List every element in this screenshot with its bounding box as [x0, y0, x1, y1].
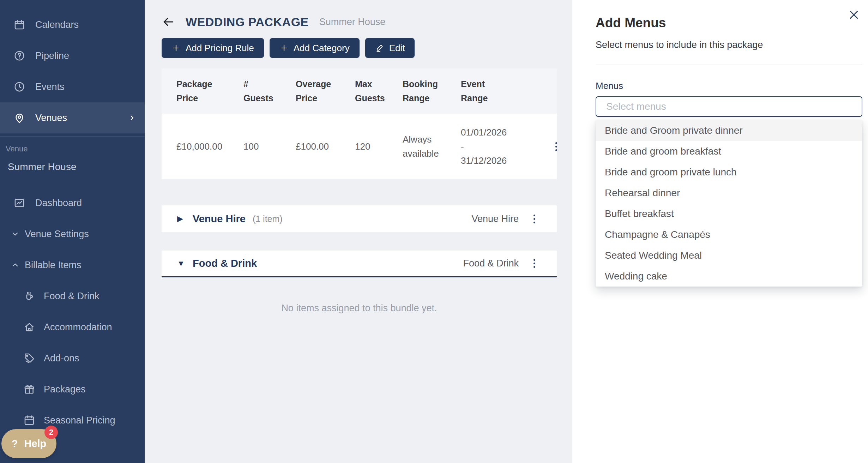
help-label: Help — [24, 438, 46, 450]
menu-option[interactable]: Seated Wedding Meal — [596, 245, 862, 266]
sidebar-item-label: Calendars — [35, 19, 79, 30]
column-header: Overage Price — [296, 77, 355, 105]
cell-overage-price: £100.00 — [296, 139, 355, 154]
row-menu-kebab-icon[interactable] — [549, 139, 563, 154]
menu-option[interactable]: Rehearsal dinner — [596, 182, 862, 203]
menu-option[interactable]: Wedding cake — [596, 266, 862, 287]
back-arrow-icon[interactable] — [162, 15, 175, 29]
section-item-count: (1 item) — [253, 214, 283, 224]
pricing-table: Package Price # Guests Overage Price Max… — [162, 68, 557, 179]
menu-option-label: Buffet breakfast — [605, 208, 674, 220]
sidebar-item[interactable]: Calendars — [0, 9, 145, 40]
chevron-down-icon — [11, 229, 20, 239]
sidebar-item-label: Packages — [44, 384, 86, 395]
sidebar-item[interactable]: Packages — [0, 374, 145, 405]
sidebar-item[interactable]: Venues — [0, 102, 145, 133]
cell-package-price: £10,000.00 — [176, 139, 243, 154]
cell-event-range: 01/01/2026 - 31/12/2026 — [461, 125, 549, 168]
sidebar-item-label: Events — [35, 82, 65, 92]
add-pricing-rule-button[interactable]: Add Pricing Rule — [162, 38, 264, 58]
sidebar-item[interactable]: Food & Drink — [0, 281, 145, 312]
section-category-label: Venue Hire — [471, 214, 519, 224]
menu-option-label: Bride and groom breakfast — [605, 146, 721, 157]
expand-triangle-icon[interactable] — [177, 214, 188, 223]
select-menus-input[interactable] — [596, 96, 862, 117]
sidebar: Calendars Pipeline Events Venues Venue S… — [0, 0, 145, 463]
sidebar-item-label: Billable Items — [25, 260, 82, 271]
calendar-icon — [13, 19, 25, 31]
section-title: Food & Drink — [193, 258, 257, 269]
home-icon — [23, 321, 35, 333]
menu-option-label: Bride and Groom private dinner — [605, 125, 743, 136]
close-icon[interactable] — [848, 8, 860, 21]
menu-option-label: Champagne & Canapés — [605, 229, 710, 240]
section-category-label: Food & Drink — [463, 258, 519, 269]
section-title: Venue Hire — [193, 213, 246, 225]
sidebar-item[interactable]: Add-ons — [0, 343, 145, 374]
cell-booking-range: Always available — [403, 132, 461, 161]
category-section[interactable]: Food & Drink Food & Drink — [162, 251, 557, 277]
venue-name[interactable]: Summer House — [0, 155, 145, 182]
chevron-right-icon — [128, 114, 136, 122]
cell-num-guests: 100 — [243, 139, 296, 154]
column-header: Package Price — [176, 77, 243, 105]
sidebar-item[interactable]: Accommodation — [0, 312, 145, 343]
column-header: Booking Range — [403, 77, 461, 105]
panel-title: Add Menus — [596, 16, 862, 30]
menu-option[interactable]: Bride and groom private lunch — [596, 162, 862, 182]
sidebar-item[interactable]: Billable Items — [0, 249, 145, 281]
pencil-icon — [375, 43, 384, 53]
menu-option-label: Bride and groom private lunch — [605, 167, 737, 178]
venue-section-label: Venue — [0, 137, 145, 155]
cell-max-guests: 120 — [355, 139, 403, 154]
expand-triangle-icon[interactable] — [177, 259, 188, 268]
column-header: Event Range — [461, 77, 549, 105]
chevron-up-icon — [11, 260, 20, 270]
menus-field-label: Menus — [596, 80, 862, 91]
empty-state-message: No items assigned to this bundle yet. — [162, 303, 557, 314]
section-menu-kebab-icon[interactable] — [527, 212, 541, 226]
menus-dropdown: Bride and Groom private dinner Bride and… — [596, 120, 862, 287]
map-pin-icon — [13, 112, 25, 124]
main-content: WEDDING PACKAGE Summer House Add Pricing… — [145, 0, 572, 463]
sidebar-item[interactable]: Events — [0, 71, 145, 102]
sidebar-item-label: Accommodation — [44, 322, 112, 333]
category-section[interactable]: Venue Hire (1 item) Venue Hire — [162, 205, 557, 232]
sidebar-item-label: Food & Drink — [44, 291, 100, 302]
coffee-icon — [23, 290, 35, 302]
menu-option[interactable]: Champagne & Canapés — [596, 224, 862, 245]
sidebar-item-label: Pipeline — [35, 50, 69, 61]
sidebar-item[interactable]: Venue Settings — [0, 218, 145, 249]
menu-option-label: Wedding cake — [605, 271, 667, 282]
sidebar-item-label: Add-ons — [44, 353, 79, 364]
add-category-button[interactable]: Add Category — [270, 38, 360, 58]
sidebar-item[interactable]: Pipeline — [0, 40, 145, 71]
question-mark-icon: ? — [12, 438, 18, 450]
plus-icon — [171, 43, 181, 53]
sidebar-item[interactable]: Dashboard — [0, 187, 145, 218]
edit-button[interactable]: Edit — [365, 38, 415, 58]
plus-icon — [279, 43, 289, 53]
calendar-icon — [23, 414, 35, 426]
menu-option-label: Seated Wedding Meal — [605, 250, 702, 261]
toolbar: Add Pricing Rule Add Category Edit — [162, 38, 572, 58]
menu-option[interactable]: Bride and groom breakfast — [596, 141, 862, 162]
page-title: WEDDING PACKAGE — [186, 15, 309, 29]
sidebar-item-label: Venues — [35, 113, 67, 124]
gift-icon — [23, 383, 35, 395]
table-row: £10,000.00 100 £100.00 120 Always availa… — [162, 114, 557, 179]
chart-icon — [13, 197, 25, 209]
clock-icon — [13, 81, 25, 93]
page-subtitle: Summer House — [319, 17, 386, 28]
panel-subtitle: Select menus to include in this package — [596, 40, 862, 50]
pricing-table-header: Package Price # Guests Overage Price Max… — [162, 68, 557, 114]
column-header: # Guests — [243, 77, 296, 105]
menu-option[interactable]: Buffet breakfast — [596, 203, 862, 224]
help-notification-badge: 2 — [44, 426, 58, 439]
add-menus-panel: Add Menus Select menus to include in thi… — [572, 0, 868, 463]
menu-option[interactable]: Bride and Groom private dinner — [596, 120, 862, 141]
section-menu-kebab-icon[interactable] — [527, 257, 541, 271]
page-header: WEDDING PACKAGE Summer House — [162, 13, 572, 30]
menu-option-label: Rehearsal dinner — [605, 187, 680, 199]
help-button[interactable]: ? Help 2 — [1, 429, 56, 458]
